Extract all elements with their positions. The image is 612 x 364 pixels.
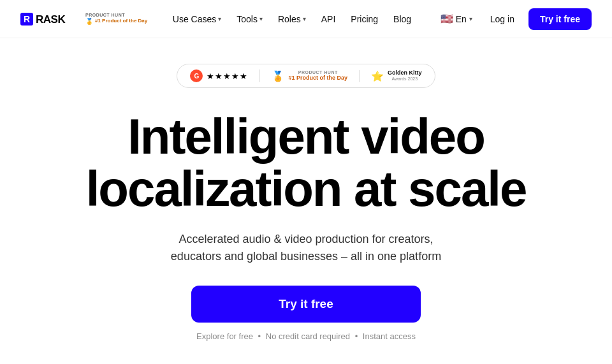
nav-pricing[interactable]: Pricing — [344, 10, 384, 28]
dot-separator: • — [258, 331, 261, 341]
nav-blog[interactable]: Blog — [387, 10, 418, 28]
chevron-down-icon: ▾ — [303, 15, 306, 22]
try-free-button-hero[interactable]: Try it free — [191, 286, 421, 323]
trophy-icon: 🏅 — [272, 70, 284, 82]
flag-icon: 🇺🇸 — [441, 13, 453, 25]
producthunt-badge: 🏅 PRODUCT HUNT #1 Product of the Day — [260, 70, 360, 82]
chevron-down-icon: ▾ — [218, 15, 221, 22]
ph-badge-label: PRODUCT HUNT — [85, 13, 147, 18]
nav-use-cases[interactable]: Use Cases ▾ — [166, 10, 228, 28]
ph-badge-nav: PRODUCT HUNT 🥇 #1 Product of the Day — [85, 13, 147, 25]
g2-badge: G ★★★★★ — [190, 69, 260, 82]
ph-value: #1 Product of the Day — [288, 75, 347, 82]
hero-subheadline: Accelerated audio & video production for… — [153, 231, 459, 265]
dot-separator: • — [355, 331, 358, 341]
cta-footnote: Explore for free • No credit card requir… — [196, 331, 416, 341]
gk-sub: Awards 2023 — [388, 76, 422, 82]
star-icon: ⭐ — [371, 70, 384, 82]
nav-right: 🇺🇸 En ▾ Log in Try it free — [437, 8, 592, 30]
nav-links: Use Cases ▾ Tools ▾ Roles ▾ API Pricing … — [166, 10, 418, 28]
nav-api[interactable]: API — [315, 10, 342, 28]
g2-logo: G — [190, 69, 203, 82]
medal-icon: 🥇 — [85, 18, 93, 25]
gk-label: Golden Kitty — [388, 70, 422, 76]
try-free-button-nav[interactable]: Try it free — [528, 8, 592, 30]
language-selector[interactable]: 🇺🇸 En ▾ — [437, 10, 476, 27]
ph-badge-title: 🥇 #1 Product of the Day — [85, 18, 147, 25]
svg-text:RASK: RASK — [36, 13, 66, 25]
chevron-down-icon: ▾ — [259, 15, 263, 22]
nav-tools[interactable]: Tools ▾ — [230, 10, 269, 28]
nav-roles[interactable]: Roles ▾ — [272, 10, 312, 28]
navbar: R RASK PRODUCT HUNT 🥇 #1 Product of the … — [0, 0, 612, 38]
svg-text:R: R — [24, 14, 30, 24]
star-rating: ★★★★★ — [207, 71, 248, 81]
hero-section: G ★★★★★ 🏅 PRODUCT HUNT #1 Product of the… — [0, 38, 612, 354]
logo-svg: R RASK — [20, 11, 76, 27]
login-button[interactable]: Log in — [484, 10, 521, 28]
nav-left: R RASK PRODUCT HUNT 🥇 #1 Product of the … — [20, 11, 147, 27]
badges-row: G ★★★★★ 🏅 PRODUCT HUNT #1 Product of the… — [177, 64, 435, 88]
logo[interactable]: R RASK — [20, 11, 76, 27]
golden-kitty-badge: ⭐ Golden Kitty Awards 2023 — [360, 70, 422, 82]
hero-headline: Intelligent video localization at scale — [86, 111, 527, 215]
chevron-down-icon: ▾ — [469, 15, 472, 22]
